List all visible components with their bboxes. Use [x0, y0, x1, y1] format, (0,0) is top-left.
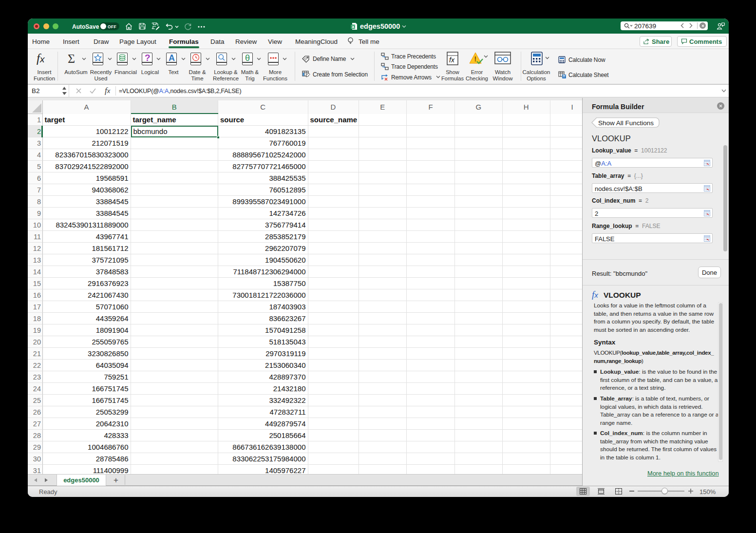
svg-text:fx: fx — [449, 56, 455, 64]
svg-text:!: ! — [474, 55, 477, 63]
